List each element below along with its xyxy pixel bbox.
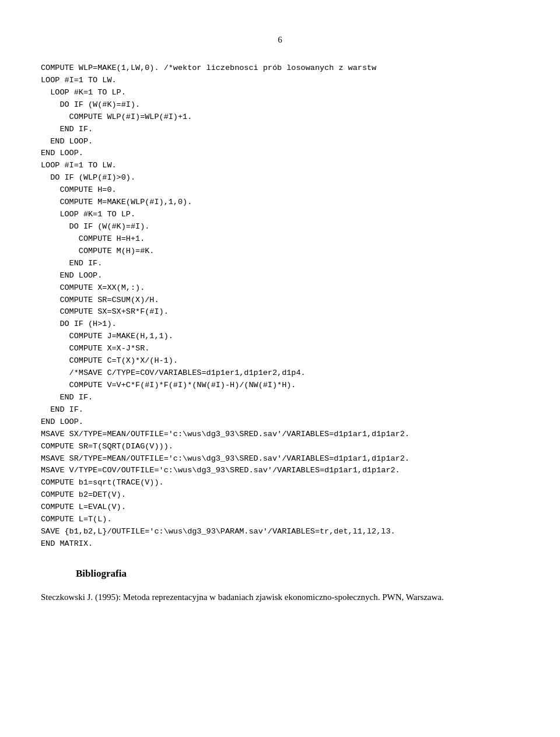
- code-block: COMPUTE WLP=MAKE(1,LW,0). /*wektor licze…: [41, 62, 519, 550]
- page-number: 6: [41, 35, 519, 45]
- bibliography-title: Bibliografia: [76, 568, 519, 580]
- page-container: 6 COMPUTE WLP=MAKE(1,LW,0). /*wektor lic…: [0, 0, 560, 737]
- bibliography-section: Bibliografia Steczkowski J. (1995): Meto…: [41, 568, 519, 604]
- bibliography-entry: Steczkowski J. (1995): Metoda reprezenta…: [41, 590, 519, 604]
